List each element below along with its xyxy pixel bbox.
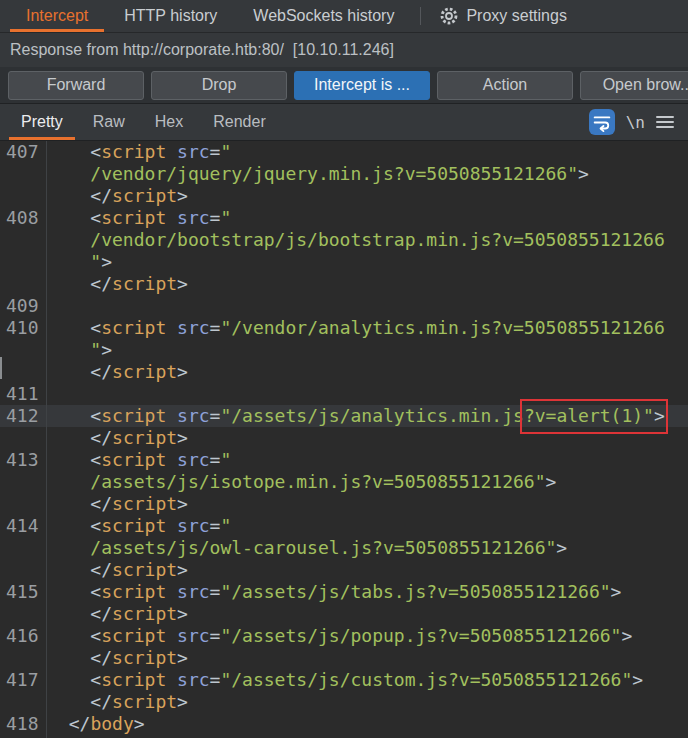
code-token: < [90, 669, 101, 690]
code-token: script [101, 141, 166, 162]
code-token: < [90, 405, 101, 426]
code-token: > [177, 361, 188, 382]
code-line: </script> [46, 559, 688, 581]
forward-button[interactable]: Forward [8, 71, 144, 100]
code-token: = [210, 515, 221, 536]
open-browser-button[interactable]: Open brow... [580, 71, 688, 100]
newline-toggle-icon[interactable]: \n [626, 113, 645, 132]
code-token: < [90, 515, 101, 536]
code-token: > [177, 493, 188, 514]
code-line: "> [46, 251, 688, 273]
line-number [0, 185, 46, 207]
code-token: src [177, 405, 210, 426]
code-token: > [546, 471, 557, 492]
code-token: > [134, 713, 145, 734]
line-number [0, 273, 46, 295]
code-token [47, 141, 90, 162]
code-rows: 407 <script src=" /vendor/jquery/jquery.… [0, 141, 688, 738]
code-token [47, 317, 90, 338]
line-number [0, 229, 46, 251]
line-number: 415 [0, 581, 46, 603]
code-token: > [556, 537, 567, 558]
menu-icon[interactable] [656, 115, 674, 129]
code-token: src [177, 581, 210, 602]
tab-proxy-settings[interactable]: Proxy settings [429, 0, 576, 32]
code-token: script [101, 449, 166, 470]
code-line: </script> [46, 361, 688, 383]
code-row: /assets/js/isotope.min.js?v=505085512126… [0, 471, 688, 493]
code-token [166, 405, 177, 426]
code-line: </script> [46, 185, 688, 207]
code-token: script [112, 647, 177, 668]
line-number: 418 [0, 713, 46, 735]
code-line: <script src="/assets/js/popup.js?v=50508… [46, 625, 688, 647]
code-row: </script> [0, 691, 688, 713]
tab-intercept[interactable]: Intercept [8, 0, 106, 32]
code-token: script [101, 405, 166, 426]
code-token: ?v=alert(1)" [524, 405, 654, 426]
code-token: /assets/js/owl-carousel.js?v=50508551212… [90, 537, 556, 558]
code-token [47, 515, 90, 536]
line-number [0, 559, 46, 581]
code-line: <script src=" [46, 515, 688, 537]
code-token: "/assets/js/custom.js?v=5050855121266" [220, 669, 632, 690]
code-token: "/assets/js/tabs.js?v=5050855121266" [220, 581, 610, 602]
code-token: " [220, 207, 231, 228]
tab-raw[interactable]: Raw [78, 104, 140, 140]
scroll-marker [0, 357, 2, 379]
action-button[interactable]: Action [437, 71, 573, 100]
code-token: " [90, 251, 101, 272]
code-token: < [90, 207, 101, 228]
code-token [166, 449, 177, 470]
code-token: > [177, 427, 188, 448]
code-token: </ [69, 713, 91, 734]
code-token: < [90, 449, 101, 470]
proxy-settings-label: Proxy settings [466, 7, 566, 25]
code-token: src [177, 449, 210, 470]
code-token: body [90, 713, 133, 734]
line-number [0, 361, 46, 383]
word-wrap-icon[interactable] [589, 109, 615, 135]
code-token: script [112, 361, 177, 382]
code-token: script [112, 691, 177, 712]
tab-http-history[interactable]: HTTP history [106, 0, 235, 32]
code-token: script [112, 273, 177, 294]
code-row: </script> [0, 427, 688, 449]
line-number [0, 647, 46, 669]
code-token [166, 625, 177, 646]
line-number: 408 [0, 207, 46, 229]
drop-button[interactable]: Drop [151, 71, 287, 100]
code-line: <script src=" [46, 141, 688, 163]
line-number: 411 [0, 383, 46, 405]
response-editor[interactable]: 407 <script src=" /vendor/jquery/jquery.… [0, 141, 688, 738]
code-token: > [632, 669, 643, 690]
code-token: > [101, 339, 112, 360]
tab-websockets-history[interactable]: WebSockets history [235, 0, 412, 32]
code-row: 409 [0, 295, 688, 317]
code-token: src [177, 141, 210, 162]
code-line: /assets/js/owl-carousel.js?v=50508551212… [46, 537, 688, 559]
line-number: 414 [0, 515, 46, 537]
code-token: > [611, 581, 622, 602]
code-line: <script src=" [46, 449, 688, 471]
code-token: script [112, 493, 177, 514]
intercept-toggle-button[interactable]: Intercept is ... [294, 71, 430, 100]
line-number [0, 493, 46, 515]
code-token [166, 669, 177, 690]
code-token [47, 339, 90, 360]
code-line: </script> [46, 427, 688, 449]
code-token: </ [90, 493, 112, 514]
tab-hex[interactable]: Hex [140, 104, 198, 140]
code-row: 415 <script src="/assets/js/tabs.js?v=50… [0, 581, 688, 603]
gear-icon [439, 6, 459, 26]
code-token: script [112, 559, 177, 580]
code-row: 407 <script src=" [0, 141, 688, 163]
code-token: script [112, 185, 177, 206]
tab-render[interactable]: Render [198, 104, 280, 140]
code-line: <script src="/assets/js/tabs.js?v=505085… [46, 581, 688, 603]
code-row: "> [0, 339, 688, 361]
code-token: > [621, 625, 632, 646]
tab-pretty[interactable]: Pretty [6, 104, 78, 140]
code-token: /assets/js/isotope.min.js?v=505085512126… [90, 471, 545, 492]
code-token: > [177, 603, 188, 624]
